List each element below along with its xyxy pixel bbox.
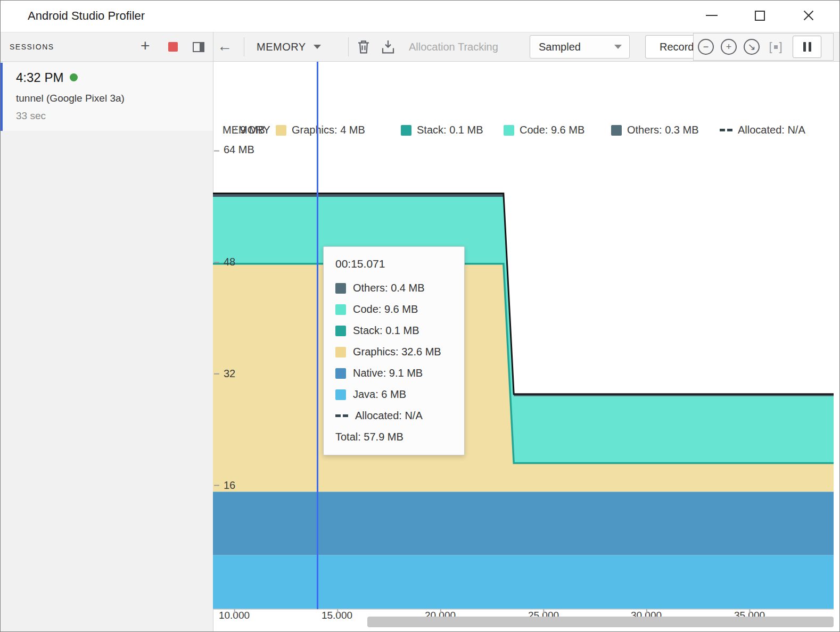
- tooltip-row: Native: 9.1 MB: [335, 367, 452, 379]
- minimize-icon: [706, 15, 718, 16]
- tooltip-row: Java: 6 MB: [335, 388, 452, 401]
- tooltip-total: Total: 57.9 MB: [335, 431, 452, 443]
- tooltip-row-label: Native: 9.1 MB: [353, 367, 423, 379]
- pause-live-button[interactable]: [793, 36, 821, 58]
- dashed-line-icon: [335, 414, 348, 417]
- sessions-header: SESSIONS: [10, 32, 54, 62]
- close-button[interactable]: [794, 0, 823, 31]
- back-button[interactable]: ←: [217, 32, 232, 62]
- allocation-mode-value: Sampled: [539, 41, 581, 53]
- toolbar-divider: [244, 37, 244, 56]
- minimize-button[interactable]: [697, 0, 726, 31]
- bracket-left-icon: [: [769, 40, 772, 54]
- profiler-window: Android Studio Profiler SESSIONS + ← MEM…: [0, 0, 840, 632]
- y-axis-label: 32: [224, 368, 235, 380]
- zoom-controls: − + ↘ []: [693, 33, 834, 61]
- series-swatch: [335, 389, 346, 400]
- tooltip-row: Graphics: 32.6 MB: [335, 346, 452, 358]
- session-duration: 33 sec: [16, 110, 46, 122]
- chevron-down-icon: [614, 45, 622, 49]
- tooltip-row: Stack: 0.1 MB: [335, 325, 452, 337]
- selection-dot-icon: [774, 45, 778, 49]
- memory-chart[interactable]: [213, 61, 834, 614]
- tooltip-row-label: Graphics: 32.6 MB: [353, 346, 441, 358]
- reset-zoom-button[interactable]: ↘: [744, 39, 760, 55]
- tooltip-row: Code: 9.6 MB: [335, 303, 452, 315]
- chart-tooltip: 00:15.071 Others: 0.4 MB Code: 9.6 MB St…: [323, 246, 465, 455]
- session-live-dot: [70, 73, 78, 81]
- tooltip-row-label: Java: 6 MB: [353, 388, 406, 401]
- close-icon: [802, 9, 815, 22]
- series-swatch: [335, 283, 346, 294]
- tooltip-row-label: Allocated: N/A: [355, 410, 423, 422]
- capture-heap-dump-icon: [380, 39, 396, 55]
- y-axis-label: 64 MB: [224, 144, 254, 156]
- session-time: 4:32 PM: [16, 70, 63, 85]
- add-session-button[interactable]: +: [141, 32, 150, 62]
- window-title: Android Studio Profiler: [28, 0, 145, 32]
- selection-time-line: [317, 62, 318, 609]
- stop-session-button[interactable]: [168, 42, 178, 52]
- sessions-panel: [0, 62, 213, 632]
- bracket-right-icon: ]: [779, 40, 783, 54]
- tooltip-row: Others: 0.4 MB: [335, 282, 452, 294]
- toolbar-divider: [348, 37, 349, 56]
- maximize-icon: [755, 11, 765, 21]
- heap-dump-button[interactable]: [380, 39, 396, 55]
- horizontal-scrollbar-thumb[interactable]: [367, 617, 834, 627]
- y-axis-label: 48: [224, 256, 235, 268]
- y-axis-label: 16: [224, 479, 235, 492]
- allocation-tracking-label: Allocation Tracking: [409, 32, 498, 62]
- series-swatch: [335, 326, 346, 336]
- chevron-down-icon: [314, 45, 321, 49]
- plus-icon: +: [726, 41, 732, 53]
- allocation-mode-select[interactable]: Sampled: [530, 35, 630, 59]
- tooltip-row-label: Code: 9.6 MB: [353, 303, 418, 315]
- toggle-panel-icon[interactable]: [193, 42, 204, 52]
- tooltip-row-label: Stack: 0.1 MB: [353, 325, 419, 337]
- trash-icon: [356, 39, 372, 55]
- tooltip-row: Allocated: N/A: [335, 410, 452, 422]
- series-swatch: [335, 347, 346, 357]
- tooltip-time: 00:15.071: [335, 257, 452, 270]
- title-bar: Android Studio Profiler: [0, 0, 840, 32]
- reset-zoom-icon: ↘: [747, 41, 755, 53]
- zoom-to-selection-button[interactable]: []: [767, 39, 785, 55]
- zoom-out-button[interactable]: −: [698, 39, 714, 55]
- chart-title: MEMORY: [223, 124, 270, 136]
- profiler-type-dropdown[interactable]: MEMORY: [257, 32, 321, 62]
- series-swatch: [335, 304, 346, 315]
- profiler-type-label: MEMORY: [257, 41, 306, 53]
- series-swatch: [335, 368, 346, 379]
- zoom-in-button[interactable]: +: [721, 39, 737, 55]
- garbage-collect-button[interactable]: [356, 39, 372, 55]
- session-selected-accent: [0, 63, 3, 131]
- pause-icon: [803, 42, 806, 52]
- minus-icon: −: [703, 41, 709, 53]
- maximize-button[interactable]: [745, 0, 774, 31]
- tooltip-row-label: Others: 0.4 MB: [353, 282, 425, 294]
- session-device: tunnel (Google Pixel 3a): [16, 93, 125, 104]
- pause-icon: [809, 42, 811, 52]
